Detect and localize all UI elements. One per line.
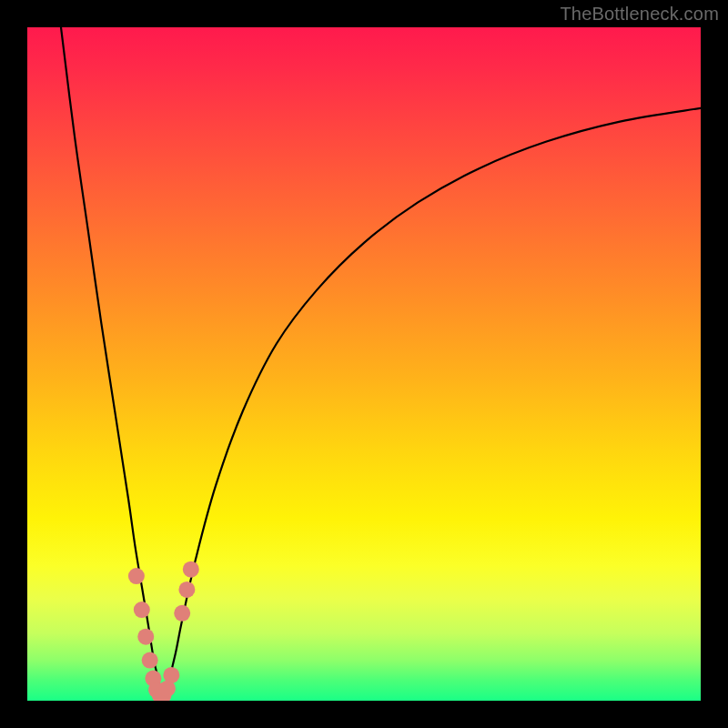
data-marker [128, 568, 145, 584]
data-marker [178, 581, 195, 598]
data-marker [174, 605, 190, 622]
data-marker [183, 561, 199, 578]
plot-area [27, 27, 701, 701]
watermark-text: TheBottleneck.com [560, 4, 719, 25]
curve-right-branch [162, 108, 701, 701]
data-marker [163, 667, 179, 683]
chart-svg [27, 27, 701, 701]
curve-left-branch [61, 27, 162, 701]
data-marker [137, 629, 154, 645]
data-marker [134, 602, 150, 618]
outer-frame: TheBottleneck.com [0, 0, 728, 728]
markers-group [128, 561, 199, 701]
data-marker [142, 652, 158, 669]
